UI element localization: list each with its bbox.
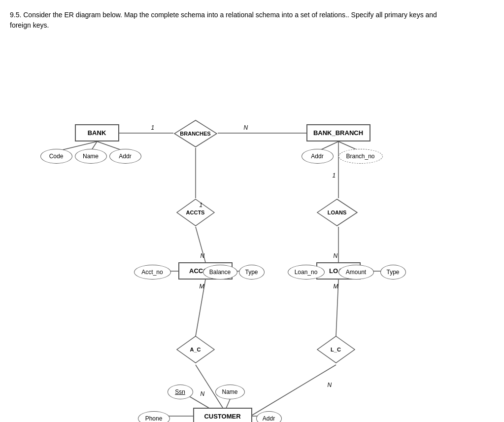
attribute-bank-name: Name: [75, 149, 107, 164]
attribute-acct-no: Acct_no: [134, 265, 171, 280]
entity-bank-branch: BANK_BRANCH: [306, 124, 370, 141]
card-account-ac-m: M: [200, 283, 204, 290]
attribute-balance: Balance: [203, 265, 237, 280]
card-branches-bb-n: N: [244, 124, 248, 131]
card-loan-lc-m: M: [334, 283, 338, 290]
attribute-loan-no: Loan_no: [288, 265, 325, 280]
entity-bank: BANK: [75, 124, 119, 141]
attribute-code: Code: [40, 149, 72, 164]
er-diagram: BANK BANK_BRANCH ACCOUNT LOAN CUSTOMER B…: [11, 40, 494, 422]
attribute-branch-addr: Addr: [302, 149, 334, 164]
relationship-ac: A_C: [176, 335, 215, 364]
diagram-lines: [11, 40, 494, 422]
entity-customer: CUSTOMER: [193, 408, 252, 422]
card-ac-cust-n: N: [201, 390, 205, 397]
attribute-ssn: Ssn: [168, 385, 193, 399]
attribute-branch-no: Branch_no: [338, 149, 383, 164]
relationship-loans: LOANS: [316, 198, 358, 227]
attribute-bank-addr: Addr: [109, 149, 141, 164]
question-text: 9.5. Consider the ER diagram below. Map …: [10, 10, 453, 31]
attribute-cust-addr: Addr: [256, 411, 282, 422]
card-bb-loans-1: 1: [333, 172, 336, 179]
svg-line-9: [252, 365, 336, 415]
attribute-cust-name: Name: [215, 385, 245, 399]
attribute-phone: Phone: [138, 411, 170, 422]
attribute-amount: Amount: [338, 265, 374, 280]
relationship-branches: BRANCHES: [173, 119, 218, 148]
attribute-loan-type: Type: [380, 265, 406, 280]
card-loans-loan-n: N: [334, 252, 338, 259]
card-lc-cust-n: N: [328, 382, 332, 388]
card-branches-accts-1: 1: [200, 202, 203, 209]
card-accts-account-n: N: [201, 252, 205, 259]
relationship-lc: L_C: [316, 335, 356, 364]
relationship-accts: ACCTS: [176, 198, 215, 227]
card-bank-branches-1: 1: [151, 124, 155, 131]
svg-line-8: [196, 365, 223, 408]
attribute-acct-type: Type: [239, 265, 265, 280]
